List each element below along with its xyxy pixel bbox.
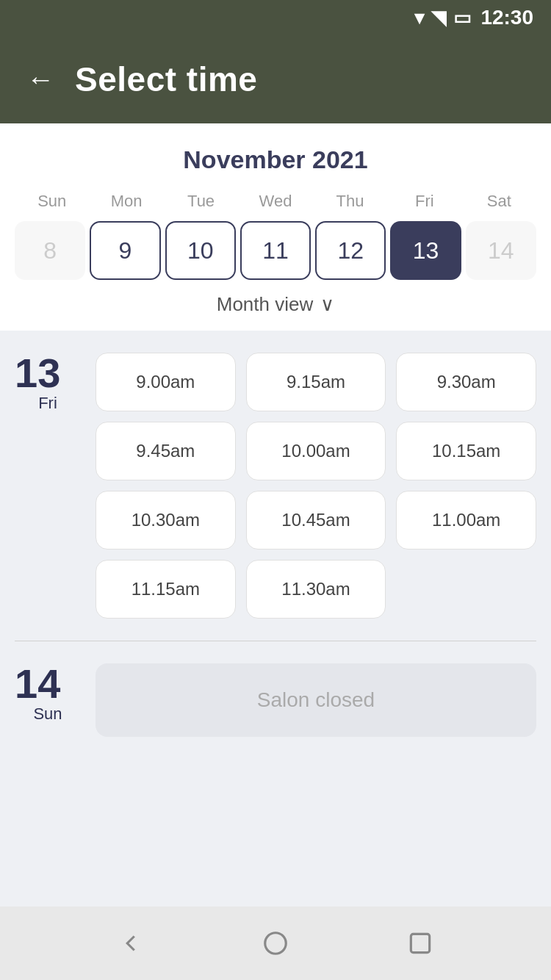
day-label-13: 13 Fri [15, 353, 81, 413]
page-title: Select time [75, 60, 257, 99]
day-block-14: 14 Sun Salon closed [0, 641, 551, 759]
back-button[interactable]: ← [26, 65, 54, 93]
day-number-13: 13 [15, 353, 81, 394]
salon-closed-message: Salon closed [96, 663, 536, 737]
month-label: November 2021 [15, 145, 536, 174]
weekday-thu: Thu [313, 192, 387, 211]
weekday-fri: Fri [387, 192, 461, 211]
battery-icon: ▭ [453, 7, 472, 29]
time-slot[interactable]: 10.00am [246, 422, 386, 480]
svg-point-0 [265, 933, 287, 954]
weekday-wed: Wed [238, 192, 312, 211]
status-time: 12:30 [480, 6, 533, 29]
month-view-label: Month view [217, 293, 314, 316]
back-nav-button[interactable] [112, 925, 149, 962]
month-view-toggle[interactable]: Month view ∨ [15, 280, 536, 331]
time-grid-13: 9.00am 9.15am 9.30am 9.45am 10.00am 10.1… [96, 353, 536, 619]
svg-rect-1 [411, 934, 429, 952]
weekday-sat: Sat [462, 192, 536, 211]
time-slot[interactable]: 9.15am [246, 353, 386, 411]
date-10[interactable]: 10 [165, 221, 236, 280]
time-slot[interactable]: 10.15am [396, 422, 536, 480]
day-number-14: 14 [15, 663, 81, 705]
date-8[interactable]: 8 [15, 221, 85, 280]
home-nav-button[interactable] [257, 925, 294, 962]
time-slot[interactable]: 11.00am [396, 491, 536, 550]
time-slot[interactable]: 9.00am [96, 353, 236, 411]
date-13[interactable]: 13 [390, 221, 461, 280]
time-slot[interactable]: 11.30am [246, 560, 386, 619]
bottom-nav [0, 907, 551, 980]
chevron-down-icon: ∨ [320, 293, 334, 316]
home-nav-icon [262, 929, 289, 957]
time-slot[interactable]: 10.30am [96, 491, 236, 550]
time-slot[interactable]: 9.30am [396, 353, 536, 411]
calendar-section: November 2021 Sun Mon Tue Wed Thu Fri Sa… [0, 123, 551, 331]
date-12[interactable]: 12 [315, 221, 386, 280]
date-14[interactable]: 14 [466, 221, 536, 280]
date-11[interactable]: 11 [240, 221, 311, 280]
status-bar: ▾ ◥ ▭ 12:30 [0, 0, 551, 35]
time-slot[interactable]: 10.45am [246, 491, 386, 550]
date-9[interactable]: 9 [90, 221, 160, 280]
dates-row: 8 9 10 11 12 13 14 [15, 221, 536, 280]
wifi-icon: ▾ [414, 7, 424, 29]
weekday-tue: Tue [164, 192, 238, 211]
day-block-13: 13 Fri 9.00am 9.15am 9.30am 9.45am 10.00… [0, 331, 551, 641]
time-slot[interactable]: 9.45am [96, 422, 236, 480]
recents-nav-button[interactable] [402, 925, 439, 962]
weekday-mon: Mon [89, 192, 163, 211]
time-section: 13 Fri 9.00am 9.15am 9.30am 9.45am 10.00… [0, 331, 551, 907]
day-label-14: 14 Sun [15, 663, 81, 724]
time-slot[interactable]: 11.15am [96, 560, 236, 619]
signal-icon: ◥ [431, 7, 446, 29]
day-name-13: Fri [15, 394, 81, 413]
weekday-row: Sun Mon Tue Wed Thu Fri Sat [15, 192, 536, 211]
weekday-sun: Sun [15, 192, 89, 211]
status-icons: ▾ ◥ ▭ [414, 7, 472, 29]
day-name-14: Sun [15, 705, 81, 724]
recents-nav-icon [406, 929, 434, 957]
back-nav-icon [117, 929, 145, 957]
app-header: ← Select time [0, 35, 551, 123]
